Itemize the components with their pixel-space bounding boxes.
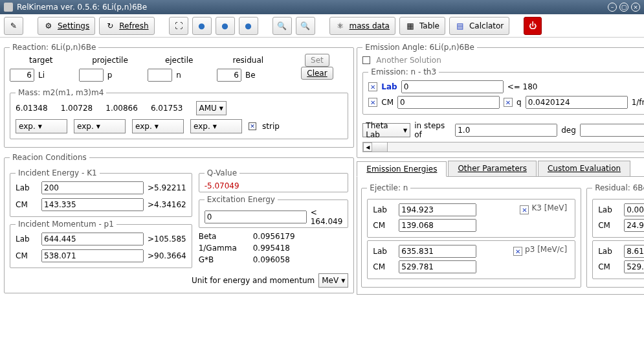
- k3-cm-label: CM: [373, 221, 395, 230]
- k3-lab-input[interactable]: [399, 203, 476, 216]
- em-cm-reset2[interactable]: ✕: [504, 98, 513, 107]
- reaction-group: Reaction: 6Li(p,n)6Be target projectile …: [4, 43, 354, 148]
- steps-extra[interactable]: [580, 124, 644, 137]
- incident-energy-legend: Incident Energy - K1: [16, 168, 100, 177]
- mass-src4-select[interactable]: exp.▼: [190, 119, 242, 133]
- tab-custom-evaluation[interactable]: Custom Evaluation: [538, 161, 630, 176]
- gear-icon: ⚙: [43, 21, 54, 31]
- p4-cm-input[interactable]: [624, 260, 644, 273]
- maximize-icon[interactable]: ▢: [619, 3, 628, 12]
- step-unit: deg: [561, 126, 576, 135]
- em-cm-reset[interactable]: ✕: [368, 98, 377, 107]
- hscrollbar[interactable]: ◀ ◀ ▶: [362, 142, 644, 152]
- ejectile-header: ejectile: [148, 56, 210, 65]
- incident-energy-group: Incident Energy - K1 Lab >5.92211 CM >4.…: [10, 168, 192, 217]
- mass-m4: 6.01753: [151, 104, 183, 113]
- mass-group: Mass: m2(m1, m3)m4 6.01348 1.00728 1.008…: [10, 88, 348, 139]
- k4-lab-input[interactable]: [624, 203, 644, 216]
- residual-a-input[interactable]: [217, 69, 241, 82]
- target-sym: Li: [38, 71, 45, 80]
- em-lab-reset[interactable]: ✕: [368, 82, 377, 91]
- p3-lab-reset[interactable]: ✕: [513, 247, 522, 256]
- calculator-button[interactable]: ▤Calclator: [449, 17, 509, 35]
- theta-select[interactable]: Theta Lab▼: [362, 123, 410, 137]
- ejectile-a-input[interactable]: [148, 69, 172, 82]
- target-a-input[interactable]: [10, 69, 34, 82]
- app-icon: [4, 3, 13, 12]
- tab-other-parameters[interactable]: Other Parameters: [448, 161, 537, 176]
- k4-cm-label: CM: [598, 221, 620, 230]
- ejectile-sym: n: [176, 71, 181, 80]
- p4-lab-input[interactable]: [624, 245, 644, 258]
- p3-lab-input[interactable]: [399, 245, 476, 258]
- settings-button[interactable]: ⚙Settings: [38, 17, 95, 35]
- k1-cm-label: CM: [16, 200, 38, 209]
- set-button[interactable]: Set: [305, 54, 329, 67]
- emission-angle-legend: Emission Angle: 6Li(p,n)6Be: [362, 43, 477, 52]
- p3-cm-label: CM: [373, 262, 395, 271]
- k4-cm-input[interactable]: [624, 219, 644, 232]
- ex-input[interactable]: [205, 211, 307, 223]
- minimize-icon[interactable]: –: [608, 3, 617, 12]
- tab-bar: Emission Energies Other Parameters Custo…: [357, 161, 644, 177]
- toolbar: ✎ ⚙Settings ↻Refresh ⛶ ● ● ● 🔍 🔍 ⚛mass d…: [0, 14, 644, 38]
- nav1-button[interactable]: ●: [192, 17, 212, 35]
- steps-input[interactable]: [455, 124, 557, 137]
- tab-emission-energies[interactable]: Emission Energies: [357, 161, 447, 177]
- expand-icon: ⛶: [173, 21, 184, 31]
- residual-header: residual: [217, 56, 280, 65]
- k1-lab-label: Lab: [16, 183, 38, 192]
- window-title: RelKinema ver. 0.5.6: 6Li(p,n)6Be: [17, 3, 147, 12]
- igamma-value: 0.995418: [253, 244, 349, 253]
- em-lab-input[interactable]: [401, 80, 504, 93]
- another-solution-check[interactable]: [362, 56, 370, 64]
- unit-select[interactable]: MeV▼: [318, 273, 348, 288]
- strip-check[interactable]: ✕: [249, 122, 256, 130]
- k1-cm-limit: >4.34162: [148, 200, 186, 209]
- p3-cm-input[interactable]: [399, 260, 476, 273]
- em-q-input[interactable]: [526, 96, 628, 109]
- fullscreen-button[interactable]: ⛶: [169, 17, 188, 35]
- em-cm-input[interactable]: [397, 96, 500, 109]
- k3-lab-reset[interactable]: ✕: [520, 205, 529, 214]
- mass-src3-select[interactable]: exp.▼: [132, 119, 184, 133]
- q-legend: Q-Value: [205, 168, 239, 177]
- k3-legend: K3 [MeV]: [529, 203, 570, 212]
- k1-cm-input[interactable]: [41, 198, 144, 211]
- projectile-a-input[interactable]: [79, 69, 104, 82]
- k1-lab-input[interactable]: [41, 181, 144, 194]
- k3-cm-input[interactable]: [399, 219, 476, 232]
- emission-angle-group: Emission Angle: 6Li(p,n)6Be Another Solu…: [357, 43, 644, 158]
- refresh-button[interactable]: ↻Refresh: [99, 17, 154, 35]
- k3-group: K3 [MeV] Lab✕ CM: [367, 199, 575, 238]
- mass-src2-select[interactable]: exp.▼: [74, 119, 126, 133]
- power-button[interactable]: ⏻: [524, 17, 542, 35]
- another-solution-label: Another Solution: [376, 56, 441, 65]
- chevron-down-icon: ▼: [38, 124, 42, 130]
- home-button[interactable]: ✎: [4, 17, 23, 35]
- table-icon: ▦: [405, 21, 416, 31]
- q-unit: 1/fm: [632, 98, 644, 107]
- table-button[interactable]: ▦Table: [399, 17, 445, 35]
- nav3-button[interactable]: ●: [239, 17, 258, 35]
- p1-cm-input[interactable]: [41, 249, 144, 262]
- close-icon[interactable]: ×: [631, 3, 640, 12]
- p1-lab-input[interactable]: [41, 233, 144, 245]
- residual-group: Residual: 6Be K4 [MeV] Lab✕ CM p4 [MeV/c…: [586, 183, 644, 288]
- k3-lab-label: Lab: [373, 205, 395, 214]
- zoom-out-button[interactable]: 🔍: [296, 17, 315, 35]
- target-header: target: [10, 56, 72, 65]
- nav2-button[interactable]: ●: [216, 17, 235, 35]
- clear-button[interactable]: Clear: [301, 67, 333, 80]
- gb-label: G*B: [199, 255, 250, 264]
- chevron-down-icon: ▼: [341, 278, 345, 284]
- excitation-group: Excitation Energy < 164.049: [199, 195, 349, 228]
- chevron-down-icon: ▼: [403, 128, 407, 133]
- zoom-in-button[interactable]: 🔍: [272, 17, 292, 35]
- q-label: q: [516, 98, 522, 107]
- scroll-left-icon[interactable]: ◀: [363, 142, 372, 152]
- projectile-header: projectile: [79, 56, 142, 65]
- mass-unit-select[interactable]: AMU▼: [196, 101, 227, 115]
- mass-data-button[interactable]: ⚛mass data: [329, 17, 395, 35]
- mass-src1-select[interactable]: exp.▼: [16, 119, 67, 133]
